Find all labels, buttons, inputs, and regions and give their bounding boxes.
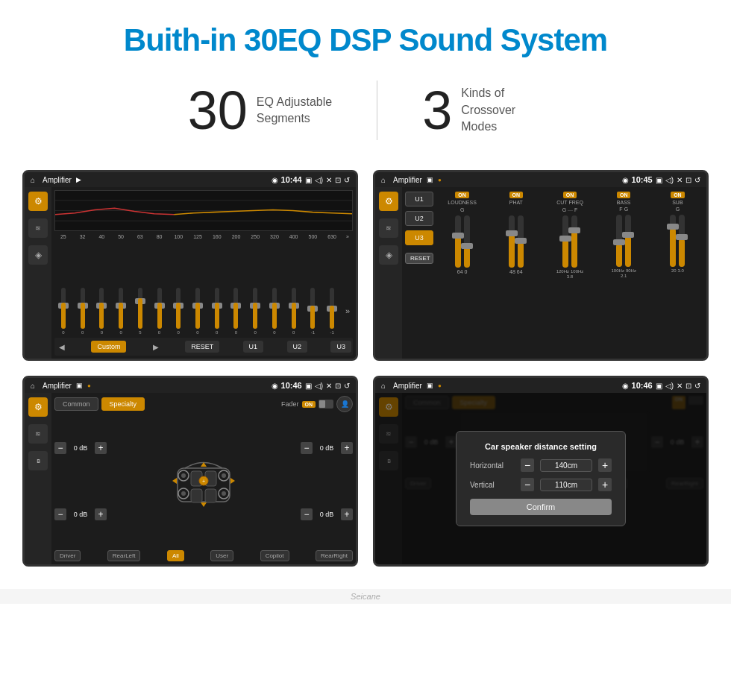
slider-160hz[interactable]: 0 [208,286,226,335]
screen1-play-icon[interactable]: ▶ [76,176,81,183]
back-icon[interactable]: ↺ [344,176,350,184]
slider-40hz[interactable]: 0 [92,286,110,335]
fader-on-badge[interactable]: ON [302,401,316,408]
phat-on[interactable]: ON [509,192,524,198]
settings-icon-3[interactable]: ▣ [76,382,83,389]
loudness-slider-2[interactable] [464,215,470,268]
settings-icon-4[interactable]: ▣ [427,382,433,389]
rearright-btn-3[interactable]: RearRight [316,550,353,561]
camera-icon-4[interactable]: ▣ [656,382,662,390]
speaker-sidebar-btn[interactable]: ◈ [28,245,48,265]
vertical-plus-btn[interactable]: + [598,478,612,491]
close-icon[interactable]: ✕ [326,176,332,184]
slider-125hz[interactable]: 0 [189,286,207,335]
home-icon-2[interactable]: ⌂ [381,176,386,184]
slider-320hz[interactable]: 0 [266,286,283,335]
slider-32hz[interactable]: 0 [74,286,92,335]
slider-400hz[interactable]: 0 [285,286,303,335]
bass-on[interactable]: ON [617,192,631,198]
wave-sidebar-btn-2[interactable]: ≋ [379,218,398,238]
cutfreq-slider-2[interactable] [571,215,577,268]
reset-btn-2[interactable]: RESET [405,253,433,264]
next-btn[interactable]: ▶ [150,343,162,351]
back-icon-3[interactable]: ↺ [344,382,350,390]
window-icon[interactable]: ⊡ [335,176,341,184]
specialty-tab-3[interactable]: Specialty [101,397,145,411]
prev-btn[interactable]: ◀ [56,343,68,351]
db-minus-4[interactable]: − [301,508,313,520]
close-icon-3[interactable]: ✕ [326,382,332,390]
close-icon-4[interactable]: ✕ [677,382,683,390]
wave-sidebar-btn-3[interactable]: ≋ [28,424,48,444]
confirm-button[interactable]: Confirm [470,499,612,515]
loudness-on[interactable]: ON [455,192,469,198]
db-plus-4[interactable]: + [341,508,353,520]
cutfreq-slider-1[interactable] [562,215,568,268]
horizontal-minus-btn[interactable]: − [521,458,534,472]
copilot-btn-3[interactable]: Copilot [260,550,289,561]
home-icon-4[interactable]: ⌂ [381,382,386,390]
sub-slider-1[interactable] [670,215,676,267]
speaker-sidebar-btn-2[interactable]: ◈ [379,245,398,265]
home-icon[interactable]: ⌂ [31,176,35,184]
sub-on[interactable]: ON [671,192,685,198]
u3-preset[interactable]: U3 [405,230,433,245]
all-btn-3[interactable]: All [167,550,184,561]
phat-slider-1[interactable] [509,215,515,268]
phat-slider-2[interactable] [518,215,524,268]
camera-icon-3[interactable]: ▣ [305,382,312,390]
loudness-slider-1[interactable] [455,215,461,268]
db-plus-1[interactable]: + [95,442,107,454]
horizontal-input[interactable]: 140cm [540,459,592,472]
db-minus-2[interactable]: − [54,508,66,520]
driver-btn-3[interactable]: Driver [54,550,81,561]
db-plus-2[interactable]: + [95,508,107,520]
vertical-minus-btn[interactable]: − [521,478,534,491]
custom-btn[interactable]: Custom [91,341,126,353]
slider-25hz[interactable]: 0 [54,286,72,335]
slider-50hz[interactable]: 0 [112,286,130,335]
camera-icon-2[interactable]: ▣ [656,176,662,184]
volume-icon-3[interactable]: ◁) [315,382,323,390]
camera-icon[interactable]: ▣ [305,176,312,184]
slider-630hz[interactable]: -1 [323,286,341,335]
back-icon-2[interactable]: ↺ [694,176,700,184]
slider-63hz[interactable]: 5 [131,286,149,335]
common-tab-3[interactable]: Common [54,397,98,411]
window-icon-3[interactable]: ⊡ [335,382,341,390]
slider-200hz[interactable]: 0 [228,286,245,335]
bluetooth-sidebar-btn-3[interactable]: ʙ [28,451,48,470]
u2-preset[interactable]: U2 [405,211,433,226]
slider-100hz[interactable]: 0 [169,286,187,335]
home-icon-3[interactable]: ⌂ [31,382,35,390]
vertical-input[interactable]: 110cm [540,479,592,491]
slider-250hz[interactable]: 0 [246,286,264,335]
slider-80hz[interactable]: 0 [151,286,169,335]
wave-sidebar-btn[interactable]: ≋ [28,218,48,238]
sub-slider-2[interactable] [679,215,685,267]
back-icon-4[interactable]: ↺ [694,382,700,390]
window-icon-2[interactable]: ⊡ [685,176,691,184]
u1-preset[interactable]: U1 [405,192,433,206]
eq-sidebar-btn-2[interactable]: ⚙ [379,192,398,211]
horizontal-plus-btn[interactable]: + [598,458,612,472]
u2-btn-1[interactable]: U2 [287,341,308,353]
slider-500hz[interactable]: -1 [304,286,322,335]
volume-icon-2[interactable]: ◁) [665,176,674,184]
volume-icon[interactable]: ◁) [315,176,323,184]
eq-sidebar-btn[interactable]: ⚙ [28,192,48,211]
user-btn-3[interactable]: User [210,550,233,561]
bass-slider-1[interactable] [616,215,622,267]
reset-btn-1[interactable]: RESET [185,341,219,353]
u3-btn-1[interactable]: U3 [330,341,351,353]
close-icon-2[interactable]: ✕ [677,176,683,184]
window-icon-4[interactable]: ⊡ [685,382,691,390]
cutfreq-on[interactable]: ON [563,192,577,198]
db-plus-3[interactable]: + [341,442,353,454]
bass-slider-2[interactable] [625,215,631,267]
eq-sidebar-btn-3[interactable]: ⚙ [28,397,48,417]
u1-btn-1[interactable]: U1 [243,341,264,353]
db-minus-3[interactable]: − [301,442,313,454]
db-minus-1[interactable]: − [54,442,66,454]
settings-icon-2[interactable]: ▣ [427,176,433,183]
